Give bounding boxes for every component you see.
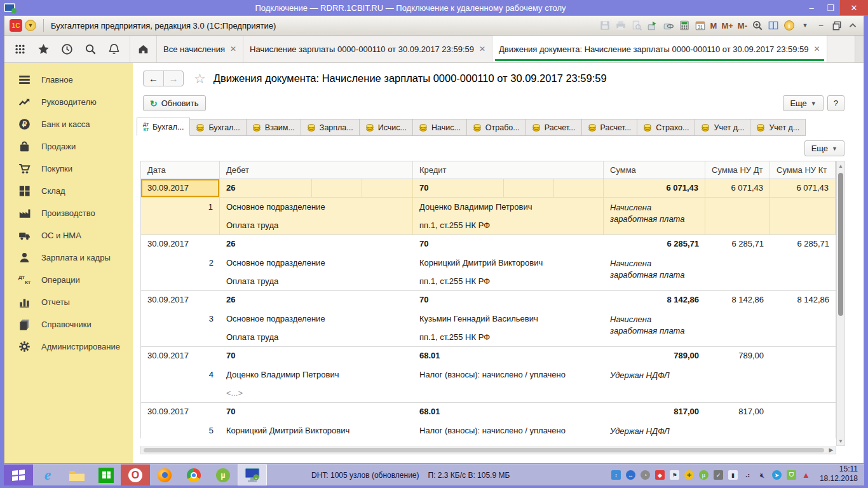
cell-credit-analytics1[interactable]: Доценко Владимир Петрович: [413, 198, 603, 216]
sidebar-item-sales[interactable]: Продажи: [4, 135, 133, 158]
taskbar-firefox[interactable]: [150, 464, 179, 485]
cell-comment[interactable]: Начислена заработная плата: [604, 198, 705, 224]
row-number[interactable]: 1: [141, 198, 219, 216]
table-horizontal-scrollbar[interactable]: ▶: [140, 446, 836, 454]
cell-debit-account[interactable]: 26: [220, 291, 413, 309]
print-icon[interactable]: [615, 20, 627, 31]
memory-store-button[interactable]: M: [710, 20, 717, 31]
row-number[interactable]: 3: [141, 309, 220, 328]
cell-sum-nu-kt[interactable]: [770, 403, 836, 421]
taskbar-clock[interactable]: 15:11 18.12.2018: [820, 464, 864, 485]
cell-debit-analytics2[interactable]: <...>: [220, 384, 413, 402]
forward-button[interactable]: →: [163, 71, 183, 86]
sidebar-item-manager[interactable]: Руководителю: [4, 91, 133, 113]
table-row-group[interactable]: 30.09.2017 26 70 6 071,43 6 071,43 6 071…: [141, 179, 836, 235]
col-header-credit[interactable]: Кредит: [413, 161, 604, 179]
signal-bars-icon[interactable]: ⠴: [743, 470, 752, 480]
scroll-up-arrow[interactable]: ▲: [837, 161, 844, 170]
cell-date[interactable]: 30.09.2017: [141, 235, 220, 254]
cell-sum-nu-kt[interactable]: 8 142,86: [770, 291, 836, 309]
cell-date[interactable]: 30.09.2017: [141, 291, 220, 309]
history-icon[interactable]: [55, 36, 79, 62]
sidebar-item-reports[interactable]: Отчеты: [4, 291, 133, 313]
cell-debit-analytics1[interactable]: Корницкий Дмитрий Викторович: [220, 421, 413, 438]
home-tab[interactable]: [130, 36, 157, 62]
register-tab[interactable]: Начис...: [413, 119, 467, 136]
teamviewer-icon[interactable]: ↔: [626, 470, 635, 480]
cell-credit-analytics1[interactable]: Кузьмин Геннадий Васильевич: [413, 309, 604, 328]
zoom-icon[interactable]: [752, 20, 763, 31]
scrollbar-thumb[interactable]: [838, 173, 843, 316]
caret-down-icon[interactable]: ▼: [799, 20, 811, 31]
rdp-close-button[interactable]: ✕: [840, 0, 868, 15]
scroll-down-arrow[interactable]: ▼: [837, 437, 844, 445]
register-tab[interactable]: Учет д...: [750, 119, 806, 136]
cell-debit-analytics1[interactable]: Основное подразделение: [220, 198, 412, 216]
row-number[interactable]: 4: [141, 365, 220, 384]
table-row-group[interactable]: 30.09.2017 70 68.01 817,00 817,00 5 Корн…: [141, 403, 836, 438]
print-preview-icon[interactable]: [631, 20, 642, 31]
sidebar-item-fixed-assets[interactable]: ОС и НМА: [4, 224, 133, 247]
sidebar-item-catalogs[interactable]: Справочники: [4, 313, 133, 336]
cell-credit-analytics1[interactable]: Корницкий Дмитрий Викторович: [413, 254, 604, 272]
warning-icon[interactable]: ▲: [801, 470, 811, 480]
cell-sum-nu-kt[interactable]: [770, 347, 836, 365]
cell-credit-account[interactable]: 70: [413, 179, 604, 198]
cell-credit-account[interactable]: 68.01: [413, 403, 604, 421]
cell-debit-account[interactable]: 26: [220, 179, 413, 198]
cell-sum[interactable]: 789,00: [604, 347, 705, 365]
rdp-minimize-button[interactable]: –: [802, 0, 821, 15]
register-tab[interactable]: Отрабо...: [467, 119, 526, 136]
favorite-star-icon[interactable]: ☆: [194, 71, 206, 86]
cell-credit-analytics2[interactable]: пп.1, ст.255 НК РФ: [413, 328, 604, 346]
cell-sum[interactable]: 8 142,86: [604, 291, 705, 309]
register-tab[interactable]: Расчет...: [582, 119, 638, 136]
col-header-debit[interactable]: Дебет: [220, 161, 413, 179]
tab-document-movements[interactable]: Движения документа: Начисление зарплаты …: [492, 36, 827, 62]
battery-icon[interactable]: ▮: [728, 470, 738, 480]
register-tab[interactable]: Зарпла...: [301, 119, 360, 136]
register-tab[interactable]: Страхо...: [637, 119, 695, 136]
app-minimize-icon[interactable]: –: [815, 20, 827, 31]
row-number[interactable]: 2: [141, 254, 220, 272]
shield-icon[interactable]: ✚: [684, 470, 694, 480]
cell-debit-analytics1[interactable]: Доценко Владимир Петрович: [220, 365, 413, 384]
cell-credit-analytics2[interactable]: пп.1, ст.255 НК РФ: [413, 272, 604, 290]
more-button-table[interactable]: Еще▼: [804, 140, 844, 156]
table-row-group[interactable]: 30.09.2017 26 70 6 285,71 6 285,71 6 285…: [141, 235, 836, 291]
cell-credit-account[interactable]: 68.01: [413, 347, 604, 365]
network-flag-icon[interactable]: ⚑: [670, 470, 679, 480]
refresh-button[interactable]: ↻Обновить: [143, 95, 206, 111]
tab-close-icon[interactable]: ✕: [479, 44, 485, 53]
scrollbar-thumb[interactable]: [144, 448, 824, 452]
save-icon[interactable]: [599, 20, 611, 31]
taskbar-file-explorer[interactable]: [62, 464, 92, 485]
taskbar-chrome[interactable]: [179, 464, 208, 485]
cell-debit-account[interactable]: 26: [220, 235, 413, 254]
utorrent-tray-icon[interactable]: µ: [699, 470, 709, 480]
row-number[interactable]: 5: [141, 421, 220, 438]
table-vertical-scrollbar[interactable]: ▲ ▼: [836, 161, 845, 446]
calculator-icon[interactable]: [679, 20, 690, 31]
clock-tray-icon[interactable]: ◔: [641, 470, 650, 480]
cell-sum-nu-dt[interactable]: 6 071,43: [705, 179, 770, 198]
rdp-maximize-button[interactable]: ❒: [821, 0, 840, 15]
col-header-sum[interactable]: Сумма: [604, 161, 705, 179]
cell-sum-nu-kt[interactable]: 6 285,71: [770, 235, 836, 254]
android-icon[interactable]: ᗜ: [787, 470, 796, 480]
cell-sum-nu-dt[interactable]: 8 142,86: [705, 291, 770, 309]
sidebar-item-warehouse[interactable]: Склад: [4, 180, 133, 202]
register-tab[interactable]: Взаим...: [247, 119, 301, 136]
cell-credit-analytics1[interactable]: Налог (взносы): начислено / уплачено: [413, 365, 604, 384]
memory-add-button[interactable]: M+: [721, 20, 733, 31]
taskbar-remote-desktop[interactable]: »: [238, 464, 267, 485]
sidebar-item-purchases[interactable]: Покупки: [4, 158, 133, 180]
usb-device-icon[interactable]: ↕: [611, 470, 621, 480]
scroll-up-icon[interactable]: [847, 20, 858, 31]
register-tab-accounting[interactable]: ДтКтБухгал...: [137, 118, 190, 136]
cell-sum-nu-dt[interactable]: 6 285,71: [705, 235, 770, 254]
cell-sum[interactable]: 817,00: [604, 403, 705, 421]
register-tab[interactable]: Расчет...: [526, 119, 582, 136]
cell-debit-analytics2[interactable]: Оплата труда: [220, 328, 413, 346]
cell-debit-account[interactable]: 70: [220, 403, 413, 421]
